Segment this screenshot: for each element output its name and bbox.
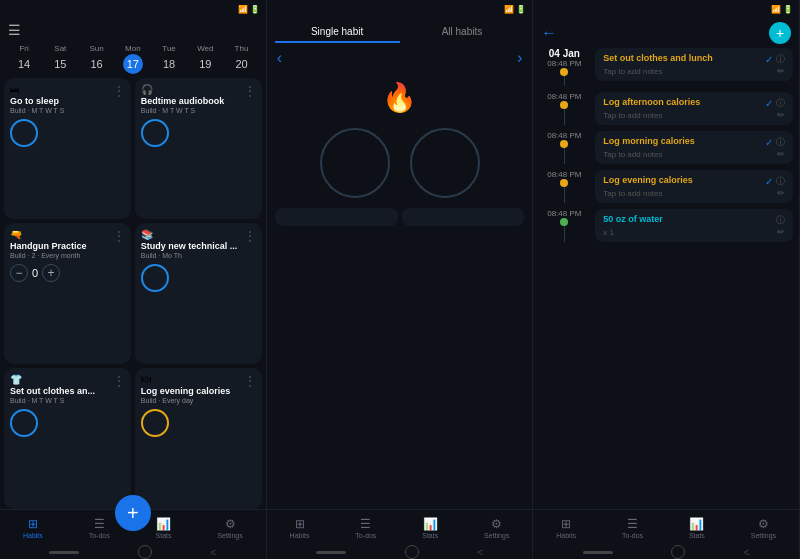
history-time: 08:48 PM (547, 131, 581, 140)
edit-icon[interactable]: ✏ (777, 110, 785, 120)
p3-nav-item-stats[interactable]: 📊Stats (689, 517, 705, 539)
habit-progress-circle (141, 264, 169, 292)
week-day-16[interactable]: Sun16 (87, 44, 107, 74)
next-habit-arrow[interactable]: › (517, 49, 522, 67)
history-item[interactable]: Log evening calories ✓ ⓘ Tap to add note… (595, 170, 793, 203)
history-entry-4: 08:48 PM 50 oz of water ⓘ x 1 ✏ (539, 209, 793, 242)
history-item-name: Set out clothes and lunch (603, 53, 765, 64)
tab-single-habit[interactable]: Single habit (275, 22, 400, 43)
timeline-dot (560, 68, 568, 76)
nav-item-settings[interactable]: ⚙Settings (217, 517, 242, 539)
history-time: 08:48 PM (547, 170, 581, 179)
history-note: Tap to add notes (603, 111, 662, 120)
history-item-name: Log evening calories (603, 175, 765, 186)
p2-nav-item-settings[interactable]: ⚙Settings (484, 517, 509, 539)
history-timeline: 08:48 PM (539, 131, 589, 164)
history-timeline: 04 Jan 08:48 PM (539, 48, 589, 86)
p2-nav-item-habits[interactable]: ⊞Habits (290, 517, 310, 539)
history-note: Tap to add notes (603, 189, 662, 198)
status-icons-2: 📶 🔋 (504, 5, 526, 14)
habit-card[interactable]: 🔫 Handgun Practice Build · 2 · Every mon… (4, 223, 131, 364)
nav-item-to-dos[interactable]: ☰To-dos (89, 517, 110, 539)
habit-progress-circle (141, 409, 169, 437)
tab-all-habits[interactable]: All habits (400, 22, 525, 43)
p2-nav-item-stats[interactable]: 📊Stats (422, 517, 438, 539)
p2-nav-item-to-dos[interactable]: ☰To-dos (355, 517, 376, 539)
history-entry-2: 08:48 PM Log morning calories ✓ ⓘ Tap to… (539, 131, 793, 164)
info-icon[interactable]: ⓘ (776, 53, 785, 66)
habit-menu-icon[interactable]: ⋮ (244, 229, 256, 243)
timeline-line (564, 226, 565, 242)
edit-icon[interactable]: ✏ (777, 66, 785, 76)
status-icons-3: 📶 🔋 (771, 5, 793, 14)
p3-nav-item-settings[interactable]: ⚙Settings (751, 517, 776, 539)
hamburger-icon[interactable]: ☰ (8, 22, 21, 38)
habit-menu-icon[interactable]: ⋮ (244, 84, 256, 98)
info-icon[interactable]: ⓘ (776, 136, 785, 149)
habit-schedule: Build · M T W T S (10, 397, 95, 404)
gesture-bar-3: < (533, 545, 799, 559)
counter-value: 0 (32, 267, 38, 279)
back-button[interactable]: ← (541, 24, 557, 42)
week-day-20[interactable]: Thu20 (232, 44, 252, 74)
week-day-14[interactable]: Fri14 (14, 44, 34, 74)
info-icon[interactable]: ⓘ (776, 97, 785, 110)
week-day-15[interactable]: Sat15 (50, 44, 70, 74)
habit-card[interactable]: 🛏 Go to sleep Build · M T W T S ⋮ (4, 78, 131, 219)
edit-icon[interactable]: ✏ (777, 227, 785, 237)
edit-icon[interactable]: ✏ (777, 149, 785, 159)
habit-name: Bedtime audiobook (141, 96, 225, 107)
info-icon[interactable]: ⓘ (776, 214, 785, 227)
p3-nav-item-habits[interactable]: ⊞Habits (556, 517, 576, 539)
prev-habit-arrow[interactable]: ‹ (277, 49, 282, 67)
history-note: Tap to add notes (603, 67, 662, 76)
habit-name: Log evening calories (141, 386, 231, 397)
gesture-chevron-3[interactable]: < (744, 547, 750, 558)
history-item[interactable]: Set out clothes and lunch ✓ ⓘ Tap to add… (595, 48, 793, 81)
habit-icon: 🛏 (10, 84, 64, 95)
info-icon[interactable]: ⓘ (776, 175, 785, 188)
highest-streak-col (410, 128, 480, 202)
habit-menu-icon[interactable]: ⋮ (244, 374, 256, 388)
highest-streak-circle (410, 128, 480, 198)
timeline-dot (560, 101, 568, 109)
gesture-pill-2 (316, 551, 346, 554)
gesture-bar-1: < (0, 545, 266, 559)
week-day-18[interactable]: Tue18 (159, 44, 179, 74)
week-day-17[interactable]: Mon17 (123, 44, 143, 74)
nav-item-stats[interactable]: 📊Stats (156, 517, 172, 539)
history-item-name: 50 oz of water (603, 214, 776, 225)
status-bar-2: 📶 🔋 (267, 0, 533, 18)
nav-item-habits[interactable]: ⊞Habits (23, 517, 43, 539)
gesture-chevron-2[interactable]: < (477, 547, 483, 558)
week-day-19[interactable]: Wed19 (195, 44, 215, 74)
habit-schedule: Build · M T W T S (10, 107, 64, 114)
add-habit-fab[interactable]: + (115, 495, 151, 531)
habit-menu-icon[interactable]: ⋮ (113, 229, 125, 243)
history-item[interactable]: Log morning calories ✓ ⓘ Tap to add note… (595, 131, 793, 164)
increment-button[interactable]: + (42, 264, 60, 282)
current-streak-circle (320, 128, 390, 198)
edit-icon[interactable]: ✏ (777, 188, 785, 198)
habit-card[interactable]: 👕 Set out clothes an... Build · M T W T … (4, 368, 131, 509)
habit-card[interactable]: 🎧 Bedtime audiobook Build · M T W T S ⋮ (135, 78, 262, 219)
p3-nav-item-to-dos[interactable]: ☰To-dos (622, 517, 643, 539)
decrement-button[interactable]: − (10, 264, 28, 282)
habit-menu-icon[interactable]: ⋮ (113, 374, 125, 388)
habit-name: Set out clothes an... (10, 386, 95, 397)
history-timeline: 08:48 PM (539, 92, 589, 125)
habit-card[interactable]: 📚 Study new technical ... Build · Mo Th … (135, 223, 262, 364)
habit-menu-icon[interactable]: ⋮ (113, 84, 125, 98)
gesture-bar-2: < (267, 545, 533, 559)
gesture-chevron[interactable]: < (211, 547, 217, 558)
add-history-button[interactable]: + (769, 22, 791, 44)
habit-icon: 👕 (10, 374, 95, 385)
history-item[interactable]: 50 oz of water ⓘ x 1 ✏ (595, 209, 793, 242)
periods-failed-card (402, 208, 525, 226)
history-item[interactable]: Log afternoon calories ✓ ⓘ Tap to add no… (595, 92, 793, 125)
habit-icon: 📚 (141, 229, 238, 240)
gesture-pill-3 (583, 551, 613, 554)
history-date: 04 Jan (549, 48, 580, 59)
timeline-dot (560, 218, 568, 226)
habit-card[interactable]: 🍽 Log evening calories Build · Every day… (135, 368, 262, 509)
